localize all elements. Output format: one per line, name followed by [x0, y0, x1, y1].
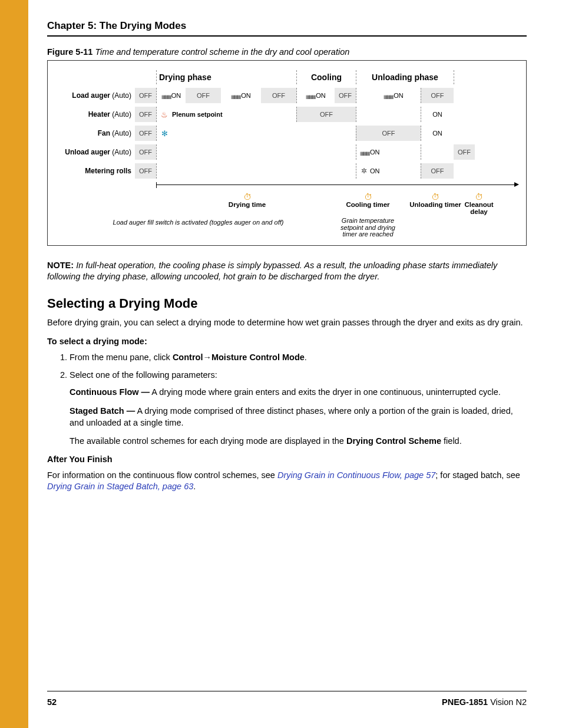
cell: OFF — [135, 126, 156, 141]
cell-fan-on: ✻ — [156, 126, 356, 141]
cell: OFF — [335, 88, 356, 103]
page-number: 52 — [47, 697, 57, 707]
arrow-icon — [514, 182, 519, 187]
procedure-steps: From the menu pane, click Control→Moistu… — [70, 352, 527, 381]
xref-staged-batch[interactable]: Drying Grain in Staged Batch, page 63 — [47, 482, 193, 491]
gear-icon: ✲ — [360, 167, 368, 175]
timing-diagram: Drying phase Cooling Unloading phase Loa… — [47, 60, 527, 246]
timeline-axis — [156, 185, 517, 190]
procedure-heading: To select a drying mode: — [47, 337, 527, 346]
row-label-metering: Metering rolls — [58, 163, 135, 179]
stopwatch-icon: ⏱ — [408, 193, 462, 201]
cell: ON — [221, 88, 261, 103]
cell — [454, 107, 475, 122]
page-footer: 52 PNEG-1851 Vision N2 — [47, 691, 527, 707]
row-label-heater: Heater (Auto) — [58, 107, 135, 122]
stopwatch-icon: ⏱ — [156, 193, 338, 201]
stopwatch-icon: ⏱ — [338, 193, 398, 201]
step-2: Select one of the following parameters: — [70, 370, 527, 381]
cell: OFF — [186, 88, 221, 103]
cell: ON — [156, 88, 186, 103]
note-label: NOTE: — [47, 261, 74, 270]
auger-icon — [231, 93, 239, 100]
auger-icon — [384, 93, 392, 100]
cell: ON — [421, 107, 454, 122]
accent-stripe — [0, 0, 28, 728]
after-you-finish-heading: After You Finish — [47, 454, 527, 464]
doc-id: PNEG-1851 Vision N2 — [442, 697, 527, 707]
cell: OFF — [296, 107, 356, 122]
section-heading: Selecting a Drying Mode — [47, 296, 527, 311]
cell: OFF — [135, 163, 156, 179]
auger-icon — [161, 93, 170, 100]
auger-icon — [360, 149, 368, 156]
cell — [356, 88, 366, 103]
cell: OFF — [421, 163, 454, 179]
cell — [156, 144, 356, 160]
cell: OFF — [135, 88, 156, 103]
step-1: From the menu pane, click Control→Moistu… — [70, 352, 527, 364]
figure-number: Figure 5-11 — [47, 47, 92, 57]
phase-drying-header: Drying phase — [156, 70, 296, 84]
cell — [454, 163, 475, 179]
timer-unloading: ⏱ Unloading timer — [408, 190, 462, 215]
cell: OFF — [356, 126, 421, 141]
cell — [421, 144, 454, 160]
timer-cleanout: ⏱ Cleanout delay — [462, 190, 495, 215]
cell — [156, 163, 356, 179]
flame-icon: ♨ — [160, 110, 168, 119]
xref-continuous-flow[interactable]: Drying Grain in Continuous Flow, page 57 — [277, 470, 435, 480]
param-staged-batch: Staged Batch — A drying mode comprised o… — [70, 406, 527, 429]
cell: OFF — [421, 88, 454, 103]
phase-unloading-header: Unloading phase — [356, 70, 454, 84]
row-label-unload-auger: Unload auger (Auto) — [58, 144, 135, 160]
cell: ON — [296, 88, 335, 103]
timer-cooling: ⏱ Cooling timer — [338, 190, 398, 215]
cell — [356, 107, 421, 122]
chapter-title: Chapter 5: The Drying Modes — [47, 20, 527, 37]
cell: OFF — [135, 107, 156, 122]
cell-plenum: ♨Plenum setpoint — [156, 107, 296, 122]
figure-caption-text: Time and temperature control scheme in t… — [95, 47, 349, 57]
stopwatch-icon: ⏱ — [462, 193, 495, 201]
cell: ON — [421, 126, 454, 141]
row-label-load-auger: Load auger (Auto) — [58, 88, 135, 103]
phase-cooling-header: Cooling — [296, 70, 356, 84]
cell: OFF — [135, 144, 156, 160]
note-text: In full-heat operation, the cooling phas… — [47, 261, 497, 282]
cell: ✲ ON — [356, 163, 421, 179]
diagram-footnote-left: Load auger fill switch is activated (tog… — [58, 216, 338, 238]
diagram-footnote-mid: Grain temperature setpoint and drying ti… — [338, 216, 398, 238]
param-continuous-flow: Continuous Flow — A drying mode where gr… — [70, 387, 527, 398]
row-label-fan: Fan (Auto) — [58, 126, 135, 141]
cell — [454, 126, 475, 141]
param-available-schemes: The available control schemes for each d… — [70, 436, 527, 447]
intro-paragraph: Before drying grain, you can select a dr… — [47, 317, 527, 329]
note-block: NOTE: In full-heat operation, the coolin… — [47, 260, 527, 283]
timer-drying: ⏱ Drying time — [156, 190, 338, 215]
cell: OFF — [261, 88, 296, 103]
figure-caption: Figure 5-11 Time and temperature control… — [47, 47, 527, 57]
cell: ON — [356, 144, 421, 160]
cell: ON — [366, 88, 421, 103]
cell — [454, 88, 475, 103]
auger-icon — [306, 93, 314, 100]
cell: OFF — [454, 144, 475, 160]
fan-icon: ✻ — [160, 129, 168, 138]
after-you-finish-text: For information on the continuous flow c… — [47, 470, 527, 493]
